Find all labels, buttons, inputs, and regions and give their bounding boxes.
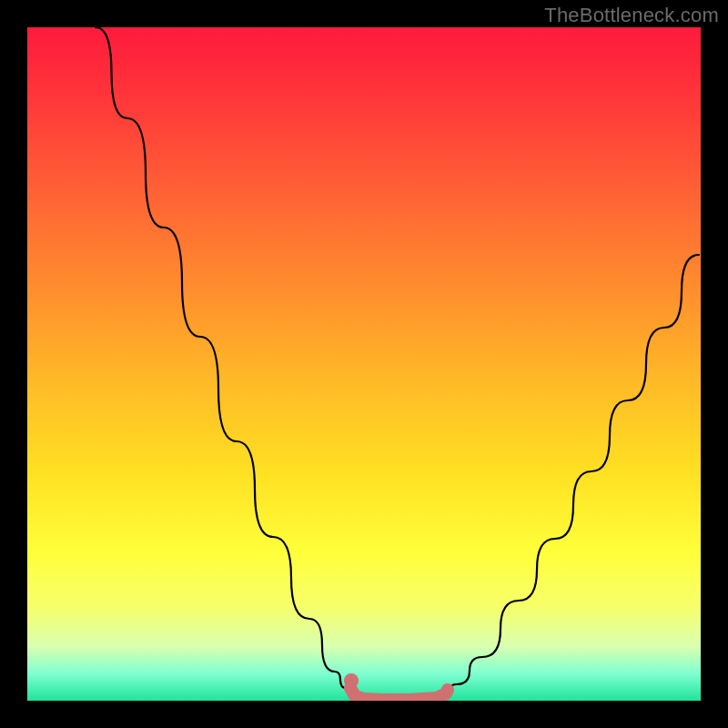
plot-area <box>27 27 701 701</box>
trough-dot <box>344 673 359 688</box>
chart-frame: TheBottleneck.com <box>0 0 728 728</box>
trough-accent <box>350 688 448 700</box>
watermark-text: TheBottleneck.com <box>544 4 719 27</box>
right-curve <box>445 255 699 692</box>
curves-svg <box>27 27 701 701</box>
left-curve <box>96 27 352 693</box>
